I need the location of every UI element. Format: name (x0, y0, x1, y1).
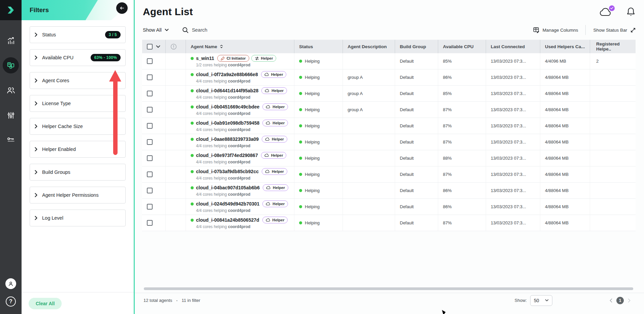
helper-purple-badge: Helper (261, 152, 287, 159)
build-group-cell: Default (395, 183, 438, 198)
table-row[interactable]: cloud_i-024d549d942b70301 Helper 4/4 cor… (142, 199, 636, 215)
filter-item[interactable]: Status 3 / 5 (30, 26, 126, 43)
build-group-cell: Default (395, 134, 438, 150)
filter-item[interactable]: Log Level (30, 210, 126, 226)
table-row[interactable]: cloud_i-08e973f74ed290867 Helper 4/4 cor… (142, 150, 636, 166)
table-row[interactable]: cloud_i-0ab91e098db759458 Helper 4/4 cor… (142, 118, 636, 134)
row-checkbox[interactable] (147, 171, 153, 177)
registered-helpers-cell (590, 118, 636, 134)
available-cpu-cell: 88% (438, 150, 486, 166)
filter-item-label: Helper Enabled (42, 147, 76, 152)
notifications-button[interactable] (626, 7, 635, 18)
row-checkbox[interactable] (147, 188, 153, 193)
header-expand-chevron-icon[interactable] (156, 45, 160, 48)
helper-purple-badge: Helper (261, 71, 287, 78)
row-checkbox[interactable] (147, 58, 153, 64)
page-size-select[interactable]: 50 (530, 295, 552, 306)
build-group-cell: Default (395, 199, 438, 215)
table-row[interactable]: cloud_i-04bac907d105ab6b6 Helper 4/4 cor… (142, 183, 636, 199)
agent-description-cell: group A (343, 102, 395, 118)
column-header-build-group[interactable]: Build Group (395, 40, 438, 53)
pagination: 1 (610, 297, 631, 304)
current-page-badge[interactable]: 1 (616, 297, 624, 304)
rail-item-license-key[interactable] (3, 132, 19, 148)
table-body: s_win11 CI InitiatorHelper 1/2 cores hel… (142, 53, 636, 231)
build-group-cell: Default (395, 118, 438, 134)
cloud-status-button[interactable] (599, 7, 612, 18)
row-checkbox[interactable] (147, 204, 153, 210)
row-checkbox[interactable] (147, 139, 153, 145)
online-status-dot (191, 73, 194, 76)
row-checkbox[interactable] (147, 155, 153, 161)
row-checkbox[interactable] (147, 220, 153, 226)
filter-item[interactable]: Agent Helper Permissions (30, 187, 126, 203)
agent-description-cell (343, 134, 395, 150)
filter-item-label: Agent Helper Permissions (42, 192, 99, 198)
column-header-description[interactable]: Agent Description (343, 40, 395, 53)
table-row[interactable]: cloud_i-0b0451669c49cbdee Helper 4/4 cor… (142, 102, 636, 118)
agent-description-cell (343, 150, 395, 166)
collapse-filters-button[interactable] (116, 2, 128, 14)
help-button[interactable]: ? (6, 296, 16, 307)
show-status-bar-button[interactable]: Show Status Bar (593, 27, 636, 33)
expand-arrows-icon (630, 27, 636, 33)
filter-item[interactable]: Helper Enabled (30, 141, 126, 158)
agent-subtext: 4/4 cores helping coord4prod (191, 95, 250, 100)
prev-page-icon[interactable] (610, 299, 612, 303)
build-group-cell: Default (395, 150, 438, 166)
app-logo[interactable] (0, 0, 22, 20)
clear-all-button[interactable]: Clear All (29, 298, 62, 309)
helper-purple-badge: Helper (262, 168, 287, 175)
column-header-last-connected[interactable]: Last Connected (486, 40, 540, 53)
rail-item-settings-sliders[interactable] (3, 107, 19, 123)
last-connected-cell: 13/03/2023 07:3... (486, 53, 540, 69)
rail-item-agents[interactable] (3, 57, 19, 73)
left-nav-rail: ? (0, 0, 22, 314)
status-dot (299, 205, 302, 208)
search-input[interactable] (192, 27, 256, 33)
filter-item[interactable]: Agent Cores (30, 72, 126, 89)
row-checkbox[interactable] (147, 91, 153, 96)
table-row[interactable]: cloud_i-0f72a9a2e88b666e8 Helper 4/4 cor… (142, 69, 636, 86)
rail-item-analytics[interactable] (3, 32, 19, 49)
filter-item[interactable]: Build Groups (30, 164, 126, 181)
column-header-available-cpu[interactable]: Available CPU (438, 40, 486, 53)
row-checkbox[interactable] (147, 107, 153, 113)
chevron-right-icon (35, 124, 37, 128)
filter-item[interactable]: License Type (30, 95, 126, 112)
cloud-icon (266, 202, 271, 206)
page-title: Agent List (143, 6, 644, 18)
show-all-dropdown[interactable]: Show All (143, 27, 169, 33)
status-text: Helping (305, 188, 320, 193)
helper-purple-badge: Helper (262, 217, 288, 223)
status-text: Helping (305, 156, 320, 161)
table-row[interactable]: cloud_i-0d6441d144f95ab28 Helper 4/4 cor… (142, 86, 636, 102)
online-status-dot (191, 202, 194, 206)
table-row[interactable]: cloud_i-0aae8883239733a09 Helper 4/4 cor… (142, 134, 636, 150)
rail-items (3, 32, 19, 148)
filter-item[interactable]: Helper Cache Size (30, 118, 126, 135)
row-checkbox[interactable] (147, 123, 153, 129)
cloud-icon (264, 73, 269, 76)
alert-circle-icon (170, 43, 177, 50)
used-helpers-cell: 4/88064 MB (540, 102, 590, 118)
next-page-icon[interactable] (628, 299, 631, 303)
sort-icon[interactable] (220, 45, 223, 49)
agent-description-cell (343, 215, 395, 231)
status-text: Helping (305, 204, 320, 209)
column-header-used-helpers[interactable]: Used Helpers Ca... (540, 40, 590, 53)
column-header-agent-name[interactable]: Agent Name (186, 40, 294, 53)
filter-item[interactable]: Available CPU 63% - 100% (30, 49, 126, 66)
online-status-dot (191, 186, 194, 189)
select-all-checkbox[interactable] (147, 44, 153, 50)
table-row[interactable]: cloud_i-07b3af9db85cb92cc Helper 4/4 cor… (142, 166, 636, 183)
table-row[interactable]: s_win11 CI InitiatorHelper 1/2 cores hel… (142, 53, 636, 69)
horizontal-scrollbar[interactable] (144, 287, 633, 290)
column-header-status[interactable]: Status (294, 40, 343, 53)
table-row[interactable]: cloud_i-00841a24b8506527d Helper 4/4 cor… (142, 215, 636, 231)
user-avatar[interactable] (5, 278, 16, 289)
column-header-registered-helpers[interactable]: Registered Helpe.. (590, 40, 636, 53)
manage-columns-button[interactable]: Manage Columns (533, 27, 578, 33)
rail-item-users[interactable] (3, 82, 19, 98)
row-checkbox[interactable] (147, 74, 153, 80)
